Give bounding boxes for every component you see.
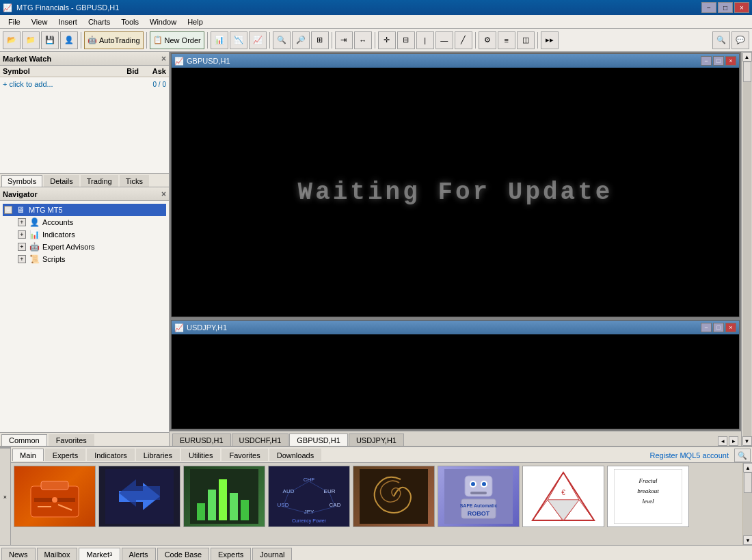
status-tab-alerts[interactable]: Alerts	[122, 548, 156, 560]
auto-scroll-button[interactable]: ↔	[354, 31, 372, 49]
menu-help[interactable]: Help	[182, 16, 209, 27]
trendline-button[interactable]: ╱	[455, 31, 472, 49]
toolbox-tab-indicators[interactable]: Indicators	[87, 449, 135, 461]
search-button[interactable]: 🔍	[712, 31, 730, 49]
navigator-close[interactable]: ×	[161, 189, 166, 199]
indicator-list-button[interactable]: ⚙	[479, 31, 496, 49]
nav-expert-advisors[interactable]: + 🤖 Expert Advisors	[16, 241, 166, 253]
status-tab-news[interactable]: News	[1, 548, 36, 560]
scrollbar-thumb[interactable]	[743, 62, 751, 82]
scroll-right-button[interactable]: ⇥	[335, 31, 353, 49]
market-item-5[interactable]	[353, 466, 435, 527]
chart-tab-gbpusd[interactable]: GBPUSD,H1	[289, 434, 348, 446]
toolbox-tab-experts[interactable]: Experts	[45, 449, 85, 461]
chart-tab-scroll-left[interactable]: ◂	[718, 436, 727, 446]
open-button[interactable]: 📁	[22, 31, 40, 49]
objects-button[interactable]: ◫	[517, 31, 535, 49]
separator-6	[375, 32, 375, 49]
toolbox-tab-libraries[interactable]: Libraries	[136, 449, 180, 461]
crosshair-button[interactable]: ✛	[378, 31, 396, 49]
toolbox-tab-favorites[interactable]: Favorites	[221, 449, 267, 461]
chart-minimize-usdjpy[interactable]: −	[701, 323, 712, 332]
nav-accounts[interactable]: + 👤 Accounts	[16, 216, 166, 228]
market-item-3[interactable]	[183, 466, 265, 527]
chart-maximize-usdjpy[interactable]: □	[713, 323, 724, 332]
tab-symbols[interactable]: Symbols	[1, 175, 42, 187]
toolbox-label[interactable]: ×	[0, 447, 11, 545]
menu-insert[interactable]: Insert	[53, 16, 83, 27]
candle-button[interactable]: 📉	[230, 31, 247, 49]
toolbox-tab-utilities[interactable]: Utilities	[181, 449, 220, 461]
market-item-4[interactable]: CHF AUD EUR USD JPY CAD Currency Power	[268, 466, 350, 527]
chart-tab-scroll-right[interactable]: ▸	[729, 436, 738, 446]
template-button[interactable]: ≡	[498, 31, 515, 49]
toolbox-tab-main[interactable]: Main	[12, 449, 44, 461]
bar-chart-button[interactable]: 📊	[211, 31, 228, 49]
status-tab-codebase[interactable]: Code Base	[157, 548, 209, 560]
vline-button[interactable]: |	[416, 31, 434, 49]
zoom-out-button[interactable]: 🔎	[292, 31, 310, 49]
menu-charts[interactable]: Charts	[83, 16, 116, 27]
chart-maximize-gbpusd[interactable]: □	[713, 56, 724, 66]
grid-scroll-up[interactable]: ▲	[743, 463, 752, 472]
minimize-button[interactable]: −	[701, 2, 716, 13]
nav-scripts[interactable]: + 📜 Scripts	[16, 253, 166, 265]
menu-tools[interactable]: Tools	[116, 16, 144, 27]
chart-tab-usdjpy[interactable]: USDJPY,H1	[349, 434, 404, 446]
more-icon: ▸▸	[546, 36, 554, 44]
scrollbar-up[interactable]: ▲	[742, 52, 752, 62]
menu-view[interactable]: View	[26, 16, 53, 27]
chart-tab-eurusd[interactable]: EURUSD,H1	[172, 434, 231, 446]
status-tab-market[interactable]: Market3	[79, 548, 120, 560]
market-watch-close[interactable]: ×	[161, 54, 166, 64]
auto-trading-button[interactable]: 🤖 AutoTrading	[84, 31, 144, 49]
properties-button[interactable]: ⊞	[311, 31, 329, 49]
market-item-2[interactable]	[98, 466, 180, 527]
hline-button[interactable]: —	[435, 31, 453, 49]
toolbox-tab-downloads[interactable]: Downloads	[269, 449, 321, 461]
grid-scroll-thumb[interactable]	[744, 472, 752, 493]
market-item-8[interactable]: Fractal breakout level	[607, 466, 689, 527]
line-button[interactable]: 📈	[249, 31, 267, 49]
scripts-expand[interactable]: +	[18, 255, 26, 263]
nav-root[interactable]: − 🖥 MTG MT5	[3, 204, 166, 216]
comment-button[interactable]: 💬	[731, 31, 749, 49]
menu-file[interactable]: File	[3, 16, 26, 27]
menu-window[interactable]: Window	[144, 16, 182, 27]
accounts-expand[interactable]: +	[18, 218, 26, 226]
navigator-title: Navigator	[3, 190, 38, 198]
new-order-button[interactable]: 📋 New Order	[150, 31, 204, 49]
tab-details[interactable]: Details	[44, 175, 79, 187]
maximize-button[interactable]: □	[718, 2, 733, 13]
root-expand[interactable]: −	[4, 206, 12, 214]
indicators-expand[interactable]: +	[18, 230, 26, 239]
tab-ticks[interactable]: Ticks	[120, 175, 149, 187]
new-chart-button[interactable]: 📂	[3, 31, 21, 49]
chart-tab-usdchf[interactable]: USDCHF,H1	[232, 434, 289, 446]
period-sep-button[interactable]: ⊟	[397, 31, 415, 49]
close-button[interactable]: ×	[734, 2, 749, 13]
scrollbar-down[interactable]: ▼	[742, 436, 752, 446]
more-button[interactable]: ▸▸	[541, 31, 559, 49]
market-item-1[interactable]	[14, 466, 96, 527]
tab-trading[interactable]: Trading	[81, 175, 118, 187]
market-item-6[interactable]: SAFE Automatic ROBOT	[438, 466, 520, 527]
chart-close-gbpusd[interactable]: ×	[725, 56, 736, 66]
zoom-in-button[interactable]: 🔍	[273, 31, 291, 49]
status-tab-experts[interactable]: Experts	[211, 548, 251, 560]
favorites-tab[interactable]: Favorites	[49, 434, 94, 446]
grid-scroll-down[interactable]: ▼	[743, 535, 752, 545]
status-tab-mailbox[interactable]: Mailbox	[37, 548, 78, 560]
market-item-7[interactable]: €	[522, 466, 604, 527]
status-tab-journal[interactable]: Journal	[252, 548, 292, 560]
toolbox-search-button[interactable]: 🔍	[734, 449, 751, 462]
register-mql5-link[interactable]: Register MQL5 account	[649, 451, 734, 459]
add-symbol-button[interactable]: + click to add... 0 / 0	[3, 80, 166, 88]
nav-indicators[interactable]: + 📊 Indicators	[16, 228, 166, 241]
chart-minimize-gbpusd[interactable]: −	[701, 56, 712, 66]
profile-button[interactable]: 👤	[60, 31, 78, 49]
ea-expand[interactable]: +	[18, 243, 26, 251]
common-tab[interactable]: Common	[1, 434, 47, 446]
save-button[interactable]: 💾	[41, 31, 59, 49]
chart-close-usdjpy[interactable]: ×	[725, 323, 736, 332]
